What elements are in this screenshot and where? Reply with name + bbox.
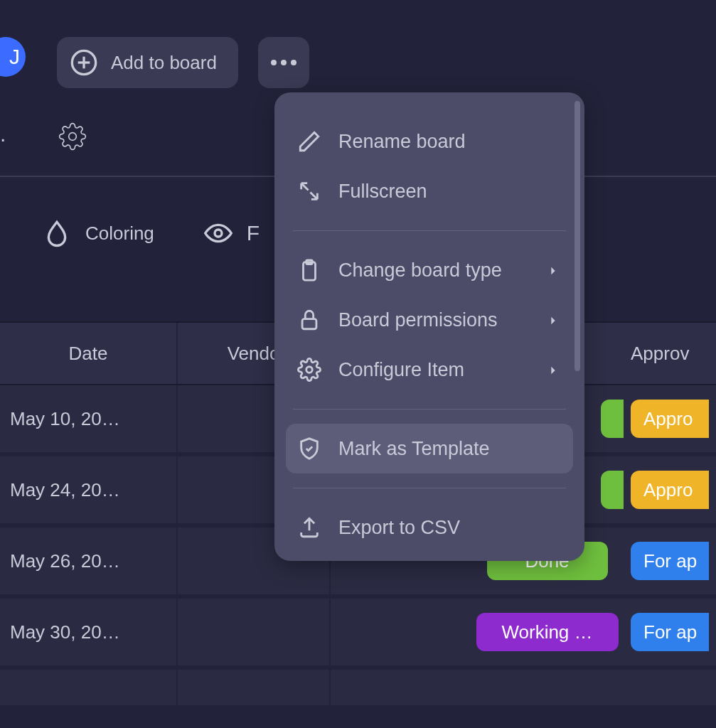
board-context-menu: Rename board Fullscreen Change board typ… [274,92,584,561]
coloring-label: Coloring [85,223,154,245]
menu-item-configure[interactable]: Configure Item [274,345,584,395]
svg-point-3 [69,132,77,140]
droplet-icon [43,219,71,247]
cell-date[interactable]: May 30, 20… [0,599,178,665]
cell-approve[interactable]: Appro [624,471,716,509]
menu-item-export-csv[interactable]: Export to CSV [274,503,584,552]
table-row-empty [0,670,716,710]
pencil-icon [297,129,321,154]
cell-status[interactable]: Working … [471,613,624,651]
gear-icon [58,122,87,151]
menu-item-rename[interactable]: Rename board [274,117,584,166]
svg-rect-7 [302,319,316,329]
cell-date[interactable]: May 26, 20… [0,528,178,594]
coloring-button[interactable]: Coloring [43,219,154,247]
settings-button[interactable] [58,122,87,156]
cell-approve[interactable]: Appro [624,400,716,438]
chevron-right-icon [547,309,559,331]
cell-date[interactable]: May 10, 20… [0,385,178,452]
approve-badge[interactable]: Appro [631,400,709,438]
fields-label-partial: F [247,221,260,245]
column-header-date[interactable]: Date [0,323,178,384]
fullscreen-icon [297,179,321,203]
eye-icon [204,219,233,247]
menu-item-mark-template[interactable]: Mark as Template [286,424,573,473]
status-badge[interactable] [601,471,624,509]
menu-item-fullscreen[interactable]: Fullscreen [274,166,584,216]
add-to-board-button[interactable]: Add to board [57,37,238,88]
status-badge[interactable] [601,400,624,438]
cell-approve[interactable]: For ap [624,613,716,651]
add-to-board-label: Add to board [111,52,217,74]
lock-icon [297,308,321,332]
export-icon [297,515,321,540]
menu-item-change-type[interactable]: Change board type [274,245,584,295]
clipboard-icon [297,258,321,282]
status-badge[interactable]: Working … [476,613,619,651]
cell-vendor[interactable] [178,599,331,665]
shield-check-icon [297,437,321,461]
cell-approve[interactable]: For ap [624,542,716,580]
approve-badge[interactable]: For ap [631,542,709,580]
svg-point-4 [215,230,222,237]
table-row[interactable]: May 30, 20…Working …For ap [0,599,716,670]
chevron-right-icon [547,359,559,381]
overflow-indicator: · [0,127,7,151]
approve-badge[interactable]: For ap [631,613,709,651]
ellipsis-icon [271,60,296,65]
menu-item-permissions[interactable]: Board permissions [274,295,584,345]
cell-date[interactable]: May 24, 20… [0,456,178,523]
column-header-approve[interactable]: Approv [624,343,716,365]
fields-button[interactable]: F [204,219,260,247]
more-options-button[interactable] [258,37,309,88]
chevron-right-icon [547,259,559,282]
svg-point-8 [306,367,313,373]
gear-icon [297,358,321,382]
plus-circle-icon [70,48,98,77]
approve-badge[interactable]: Appro [631,471,709,509]
